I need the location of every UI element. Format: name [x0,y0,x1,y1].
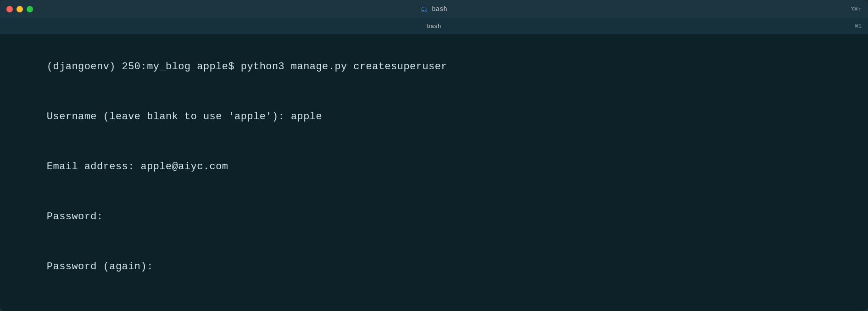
terminal-line-cmd: (djangoenv) 250:my_blog apple$ python3 m… [9,42,859,92]
title-keyboard-shortcut: ⌥⌘↑ [851,6,862,13]
cmd-text: (djangoenv) 250:my_blog apple$ python3 m… [47,61,447,72]
tab-bar: bash ⌘1 [0,18,868,35]
terminal-window: 🗂 bash ⌥⌘↑ bash ⌘1 (djangoenv) 250:my_bl… [0,0,868,311]
title-bar-center: 🗂 bash [421,5,447,14]
traffic-lights [6,6,33,12]
username-text: Username (leave blank to use 'apple'): a… [47,111,322,122]
email-text: Email address: apple@aiyc.com [47,161,228,172]
minimize-button[interactable] [17,6,23,12]
close-button[interactable] [6,6,13,12]
tab-shortcut: ⌘1 [855,23,862,30]
terminal-line-password: Password: [9,192,859,242]
terminal-body[interactable]: (djangoenv) 250:my_blog apple$ python3 m… [0,35,868,311]
password-text: Password: [47,211,109,222]
window-title: bash [432,6,447,13]
terminal-line-error-1: This password is too common. [9,292,859,311]
password-again-text: Password (again): [47,261,153,272]
maximize-button[interactable] [27,6,33,12]
terminal-line-password-again: Password (again): [9,242,859,292]
terminal-line-email: Email address: apple@aiyc.com [9,142,859,192]
terminal-line-username: Username (leave blank to use 'apple'): a… [9,92,859,142]
tab-label[interactable]: bash [427,23,441,30]
title-bar: 🗂 bash ⌥⌘↑ [0,0,868,18]
folder-icon: 🗂 [421,5,428,14]
